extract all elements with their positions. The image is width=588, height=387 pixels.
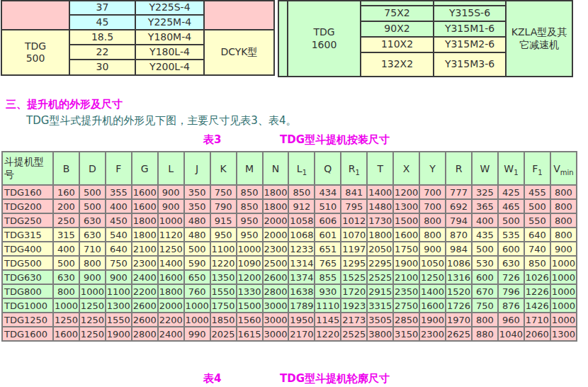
table3-value-cell: 2800 <box>132 327 158 341</box>
table3-value-cell: 640 <box>106 242 132 256</box>
motor-left-cell: Y200L-4 <box>135 60 204 75</box>
table3-value-cell: 1600 <box>158 270 184 284</box>
table3-value-cell: 1500 <box>393 213 419 228</box>
table3-value-cell: 1374 <box>288 270 315 284</box>
table3-value-cell: 2400 <box>132 270 158 284</box>
table3-value-cell: 1300 <box>550 327 577 341</box>
table3-value-cell: 1000 <box>184 313 210 327</box>
table3-value-cell: 2625 <box>446 327 472 341</box>
table3-header-Vmin: Vmin <box>550 152 577 185</box>
table3-value-cell: 700 <box>419 199 446 213</box>
table3-value-cell: 1730 <box>367 213 393 228</box>
table3-row-TDG250: TDG2502506304501800100048091595020001058… <box>2 213 577 228</box>
table3-value-cell: 2000 <box>263 228 289 242</box>
table3-value-cell: 1923 <box>341 298 367 313</box>
table3-value-cell: 590 <box>184 256 210 270</box>
table3-model-cell: TDG160 <box>2 185 53 199</box>
table3-value-cell: 2300 <box>263 242 289 256</box>
table3-value-cell: 1720 <box>341 284 367 298</box>
table3-value-cell: 2525 <box>341 327 367 341</box>
table3-header-M: M <box>237 152 263 185</box>
table3-value-cell: 1638 <box>288 284 315 298</box>
table3-value-cell: 450 <box>106 213 132 228</box>
table3-value-cell: 726 <box>498 270 524 284</box>
motor-right-cell: Y315M2-6 <box>434 37 506 52</box>
table3-value-cell: 1226 <box>524 284 550 298</box>
table3-header-row: 斗提机型号BDFGLJKMNL1QR1TXYRWW1F1Vmin <box>2 152 577 185</box>
table3-value-cell: 1400 <box>419 284 446 298</box>
table3-value-cell: 1100 <box>210 242 237 256</box>
table3-value-cell: 2100 <box>393 270 419 284</box>
table3-value-cell: 1200 <box>237 270 263 284</box>
table3-value-cell: 1197 <box>341 242 367 256</box>
table3-value-cell: 2100 <box>132 242 158 256</box>
table3-row-TDG315: TDG3153156305401800112048095095020001068… <box>2 228 577 242</box>
table3-value-cell: 1850 <box>210 313 237 327</box>
table3-value-cell: 530 <box>472 256 498 270</box>
table3-value-cell: 3315 <box>367 298 393 313</box>
table3-value-cell: 1710 <box>524 313 550 327</box>
table3-value-cell: 750 <box>472 298 498 313</box>
table3-model-cell: TDG250 <box>2 213 53 228</box>
table3-value-cell: 355 <box>106 185 132 199</box>
table3-value-cell: 3000 <box>263 313 289 327</box>
table3-value-cell: 950 <box>210 228 237 242</box>
table3-value-cell: 1330 <box>237 284 263 298</box>
table3-value-cell: 1250 <box>53 313 79 327</box>
table3-value-cell: 1000 <box>237 242 263 256</box>
table3-header-L1: L1 <box>288 152 315 185</box>
table3-value-cell: 1750 <box>210 298 237 313</box>
table3-row-TDG630: TDG6306309009002400160065013501200260013… <box>2 270 577 284</box>
table3-value-cell: 606 <box>315 213 341 228</box>
table3-value-cell: 400 <box>472 213 498 228</box>
table3-value-cell: 800 <box>550 199 577 213</box>
motor-left-row-2: TDG 50018.5Y180M-4DCYK型 <box>1 30 274 45</box>
table3-value-cell: 900 <box>79 270 106 284</box>
table3-header-T: T <box>367 152 393 185</box>
table3-value-cell: 880 <box>472 327 498 341</box>
table3-value-cell: 2915 <box>367 284 393 298</box>
motor-right-cell: 90X2 <box>361 21 434 37</box>
table3-value-cell: 1950 <box>288 313 315 327</box>
table3-value-cell: 795 <box>341 199 367 213</box>
table3-value-cell: 800 <box>550 185 577 199</box>
table3-value-cell: 1800 <box>263 199 289 213</box>
table3-model-cell: TDG1000 <box>2 298 53 313</box>
motor-left-cell: 18.5 <box>69 30 135 45</box>
motor-right-cell: TDG 1600 <box>288 1 361 77</box>
table3-value-cell: 900 <box>550 242 577 256</box>
table3-header-K: K <box>210 152 237 185</box>
table3-value-cell: 455 <box>524 185 550 199</box>
table3-value-cell: 777 <box>446 185 472 199</box>
table3-value-cell: 500 <box>472 242 498 256</box>
table3-value-cell: 1800 <box>263 185 289 199</box>
table3-value-cell: 1726 <box>446 298 472 313</box>
table3-value-cell: 1400 <box>367 185 393 199</box>
table3-value-cell: 1050 <box>419 256 446 270</box>
table3-value-cell: 1250 <box>79 313 106 327</box>
table3-value-cell: 1026 <box>524 270 550 284</box>
table3-value-cell: 1090 <box>237 256 263 270</box>
table3-value-cell: 600 <box>472 270 498 284</box>
table3-value-cell: 400 <box>53 242 79 256</box>
motor-left-cell <box>204 1 274 30</box>
table3-model-cell: TDG800 <box>2 284 53 298</box>
table3-model-cell: TDG200 <box>2 199 53 213</box>
table3-value-cell: 1426 <box>524 298 550 313</box>
table3-value-cell: 900 <box>158 199 184 213</box>
table3-value-cell: 630 <box>79 213 106 228</box>
table3-value-cell: 365 <box>472 199 498 213</box>
table3-value-cell: 1800 <box>132 213 158 228</box>
table3-value-cell: 2000 <box>158 298 184 313</box>
table3-value-cell: 1250 <box>158 242 184 256</box>
table3-value-cell: 2025 <box>210 327 237 341</box>
motor-right-cell: Y315S-6 <box>434 6 506 21</box>
table3-value-cell: 2350 <box>393 284 419 298</box>
table3-header-D: D <box>79 152 106 185</box>
table3-value-cell: 640 <box>524 228 550 242</box>
table3-value-cell: 630 <box>498 256 524 270</box>
table3-header-L: L <box>158 152 184 185</box>
table3-value-cell: 912 <box>288 199 315 213</box>
table3-value-cell: 1480 <box>367 199 393 213</box>
table3-value-cell: 2600 <box>132 298 158 313</box>
